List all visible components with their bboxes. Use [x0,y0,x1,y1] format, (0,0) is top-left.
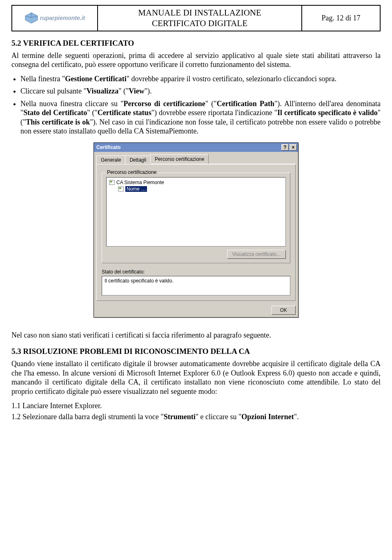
bullet-3-mid1: " (" [205,100,217,108]
bullet-3-mid4: ") dovrebbe essere riportata l'indicazio… [151,109,277,117]
cert-status-box: Il certificato specificato è valido. [102,276,290,296]
step-1: 1.1 Lanciare Internet Explorer. [11,401,381,411]
cert-status-value: Il certificato specificato è valido. [105,278,174,284]
bullet-3: Nella nuova finestra cliccare su "Percor… [20,99,381,136]
logo-text: ruparpiemonte.it [40,15,85,21]
dialog-help-button[interactable]: ? [281,144,289,151]
document-header: ruparpiemonte.it MANUALE DI INSTALLAZION… [11,5,381,31]
bullet-2-mid: " (" [118,87,129,95]
header-page-cell: Pag. 12 di 17 [302,6,380,31]
bullet-3-bold5: Il certificato specificato è valido [277,109,378,117]
certificate-icon [118,187,124,191]
step-2-bold2: Opzioni Internet [241,413,294,421]
bullet-3-bold6: This certificate is ok [26,118,90,126]
cert-path-groupbox: Percorso certificazione CA Sistema Piemo… [102,173,290,263]
bullet-1: Nella finestra "Gestione Certificati" do… [20,74,381,84]
tab-cert-path[interactable]: Percorso certificazione [150,154,209,164]
logo-icon [24,12,38,24]
certificate-icon [109,180,115,185]
bullet-2-post: "). [145,87,152,95]
bullet-1-bold: Gestione Certificati [65,75,126,83]
bullet-1-post: " dovrebbe apparire il vostro certificat… [127,75,336,83]
section-5-2-heading: 5.2 VERIFICA DEL CERTIFICATO [11,39,381,48]
page-number: Pag. 12 di 17 [321,14,360,22]
bullet-3-bold4: Certificate status [98,109,151,117]
dialog-title: Certificato [96,144,120,150]
header-title-line1: MANUALE DI INSTALLAZIONE [138,7,261,18]
bullet-3-bold1: Percorso di certificazione [124,100,205,108]
logo: ruparpiemonte.it [24,12,85,24]
step-2-bold1: Strumenti [164,413,196,421]
bullet-1-pre: Nella finestra " [20,75,65,83]
bullet-2-pre: Cliccare sul pulsante " [20,87,87,95]
groupbox-legend: Percorso certificazione [105,169,158,175]
tree-item-ca[interactable]: CA Sistema Piemonte [108,179,284,186]
bullet-3-bold2: Certification Path [217,100,274,108]
section-5-2-bullets: Nella finestra "Gestione Certificati" do… [20,74,381,136]
certificate-dialog: Certificato ? × Generale Dettagli Percor… [94,142,298,318]
section-5-3-body: Quando viene installato il certificato d… [11,359,381,396]
header-title-cell: MANUALE DI INSTALLAZIONE CERTIFICATO DIG… [98,6,302,31]
view-certificate-button[interactable]: Visualizza certificato... [227,250,286,259]
tree-item-user[interactable]: Nome … [117,186,284,192]
bullet-2-bold2: View [129,87,144,95]
bullet-2: Cliccare sul pulsante "Visualizza" ("Vie… [20,87,381,96]
step-2-post: ". [294,413,299,421]
bullet-3-bold3: Stato del Certificato [23,109,87,117]
tab-general[interactable]: Generale [96,156,125,164]
section-5-3-heading: 5.3 RISOLUZIONE PROBLEMI DI RICONOSCIMEN… [11,347,381,356]
dialog-close-button[interactable]: × [290,144,297,151]
dialog-titlebar: Certificato ? × [94,143,298,152]
header-title-line2: CERTIFICATO DIGITALE [152,18,247,29]
tree-item-user-label: Nome … [125,186,147,192]
step-2-mid: " e cliccare su " [196,413,242,421]
bullet-2-bold1: Visualizza [87,87,118,95]
ok-button[interactable]: OK [272,306,296,315]
header-logo-cell: ruparpiemonte.it [12,6,98,31]
cert-path-tree[interactable]: CA Sistema Piemonte Nome … [106,177,286,247]
step-2-pre: 1.2 Selezionare dalla barra degli strume… [11,413,164,421]
steps: 1.1 Lanciare Internet Explorer. 1.2 Sele… [11,401,381,422]
tab-panel-cert-path: Percorso certificazione CA Sistema Piemo… [96,164,296,301]
section-5-2-intro: Al termine delle seguenti operazioni, pr… [11,51,381,69]
tab-details[interactable]: Dettagli [125,156,151,164]
tree-item-ca-label: CA Sistema Piemonte [116,180,164,185]
cert-status-label: Stato del certificato: [102,269,290,275]
step-2: 1.2 Selezionare dalla barra degli strume… [11,412,381,422]
bullet-3-pre: Nella nuova finestra cliccare su " [20,100,124,108]
document-page: ruparpiemonte.it MANUALE DI INSTALLAZION… [0,0,392,439]
dialog-tabs: Generale Dettagli Percorso certificazion… [96,154,296,164]
bullet-3-mid3: " (" [87,109,98,117]
after-dialog-paragraph: Nel caso non siano stati verificati i ce… [11,331,381,340]
